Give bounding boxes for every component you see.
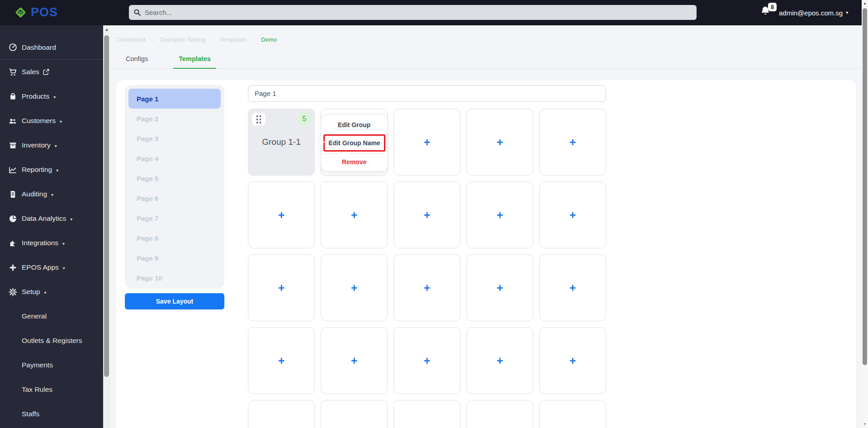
people-icon [8,116,17,125]
notifications-button[interactable]: 8 [760,5,776,20]
pie-chart-icon [8,214,17,223]
logo-diamond-icon: e [15,7,26,18]
sidebar-item-dashboard[interactable]: Dashboard [0,35,103,60]
sidebar-subitem-tax-rules[interactable]: Tax Rules [0,377,103,402]
plus-icon [8,263,17,272]
empty-slot-tile[interactable]: + [539,181,606,248]
page-list-item-1[interactable]: Page 1 [128,89,221,109]
empty-slot-tile[interactable]: + [466,109,533,176]
sidebar-subitem-general[interactable]: General [0,304,103,328]
add-icon: + [278,355,285,366]
tab-configs[interactable]: Configs [124,50,150,68]
scroll-down-arrow-icon[interactable]: ▼ [862,422,868,427]
empty-slot-tile[interactable]: + [248,400,315,428]
add-icon: + [424,209,431,221]
empty-slot-tile[interactable]: + [394,181,460,248]
empty-slot-tile[interactable]: + [394,254,460,321]
chevron-down-icon: ▾ [53,95,56,100]
save-layout-button[interactable]: Save Layout [125,293,224,309]
page-list-item-8[interactable]: Page 8 [128,228,221,248]
add-icon: + [351,209,358,221]
empty-slot-tile[interactable]: + [321,400,388,428]
notification-count-badge: 8 [768,3,777,11]
add-icon: + [424,355,431,366]
add-icon: + [569,355,576,366]
add-icon: + [424,282,431,294]
add-icon: + [569,282,576,294]
empty-slot-tile[interactable]: + [248,327,315,394]
sidebar-subitem-outlets-registers[interactable]: Outlets & Registers [0,328,103,353]
breadcrumb-dashboard[interactable]: Dashboard [117,36,146,43]
slot-with-context-menu: Edit Group Edit Group Name Remove [321,109,388,176]
chevron-down-icon: ▾ [51,193,53,197]
sidebar-nav: Dashboard Sales Products ▾ Customers ▾ I… [0,25,103,428]
empty-slot-tile[interactable]: + [394,400,460,428]
sidebar-item-inventory[interactable]: Inventory ▾ [0,133,103,157]
empty-slot-tile[interactable]: + [466,254,533,321]
add-icon: + [424,137,431,148]
menu-item-edit-group-name[interactable]: Edit Group Name [325,136,384,150]
sidebar-item-data-analytics[interactable]: Data Analytics ▾ [0,206,103,231]
breadcrumb-templates[interactable]: Templates [220,36,247,43]
epos-logo[interactable]: e POS [15,5,58,19]
search-input[interactable] [145,9,675,16]
sidebar-item-sales[interactable]: Sales [0,60,103,84]
page-name-input[interactable] [248,85,606,102]
empty-slot-tile[interactable]: + [394,327,460,394]
sidebar-item-products[interactable]: Products ▾ [0,84,103,109]
drag-handle-icon[interactable] [252,113,266,126]
scroll-up-arrow-icon[interactable]: ▲ [862,1,868,6]
sidebar-item-customers[interactable]: Customers ▾ [0,109,103,133]
empty-slot-tile[interactable]: + [248,181,315,248]
page-list-item-7[interactable]: Page 7 [128,208,221,228]
empty-slot-tile[interactable]: + [321,254,388,321]
tab-templates[interactable]: Templates [173,50,216,69]
sidebar-subitem-payments[interactable]: Payments [0,353,103,377]
sidebar-item-epos-apps[interactable]: EPOS Apps ▾ [0,255,103,280]
chevron-down-icon: ▾ [62,242,65,246]
page-list-item-9[interactable]: Page 9 [128,248,221,268]
external-link-icon [43,68,50,76]
menu-item-edit-group[interactable]: Edit Group [321,117,387,133]
page-list-item-6[interactable]: Page 6 [128,188,221,208]
sidebar-scrollbar-thumb[interactable] [104,35,109,377]
page-list-item-5[interactable]: Page 5 [128,168,221,188]
page-list-item-4[interactable]: Page 4 [128,148,221,168]
page-list-item-2[interactable]: Page 2 [128,109,221,128]
add-icon: + [497,137,503,148]
group-item-count-badge: 5 [298,113,311,125]
menu-item-remove[interactable]: Remove [321,154,387,167]
empty-slot-tile[interactable]: + [466,400,533,428]
breadcrumb-quickpick-setting[interactable]: Quickpick Setting [160,36,205,43]
cart-icon [8,67,17,76]
empty-slot-tile[interactable]: + [539,254,606,321]
scroll-up-arrow-icon[interactable]: ▲ [103,26,110,33]
puzzle-icon [8,238,17,247]
add-icon: + [351,282,358,294]
empty-slot-tile[interactable]: + [466,181,533,248]
page-list-item-10[interactable]: Page 10 [128,268,221,288]
chevron-down-icon: ▾ [63,266,65,271]
empty-slot-tile[interactable]: + [539,327,606,394]
sidebar-item-integrations[interactable]: Integrations ▾ [0,231,103,255]
box-icon [8,141,17,150]
sidebar-scrollbar[interactable]: ▲ [103,25,110,428]
empty-slot-tile[interactable]: + [321,327,388,394]
empty-slot-tile[interactable]: + [321,181,388,248]
empty-slot-tile[interactable]: + [248,254,315,321]
empty-slot-tile[interactable]: + [539,109,606,176]
sidebar-subitem-staffs[interactable]: Staffs [0,402,103,426]
empty-slot-tile[interactable]: + [394,109,460,176]
sidebar-item-auditing[interactable]: Auditing ▾ [0,182,103,206]
user-account-menu[interactable]: admin@epos.com.sg ▾ [779,0,848,25]
sidebar-item-setup[interactable]: Setup ▾ [0,280,103,304]
page-scrollbar-thumb[interactable] [863,8,867,365]
gear-icon [8,287,17,296]
empty-slot-tile[interactable]: + [539,400,606,428]
page-list-item-3[interactable]: Page 3 [128,128,221,148]
group-tile[interactable]: 5 Group 1-1 [248,109,315,176]
sidebar-item-reporting[interactable]: Reporting ▾ [0,157,103,182]
page-scrollbar[interactable]: ▲ ▼ [862,0,868,428]
empty-slot-tile[interactable]: + [466,327,533,394]
global-search[interactable] [129,5,697,20]
